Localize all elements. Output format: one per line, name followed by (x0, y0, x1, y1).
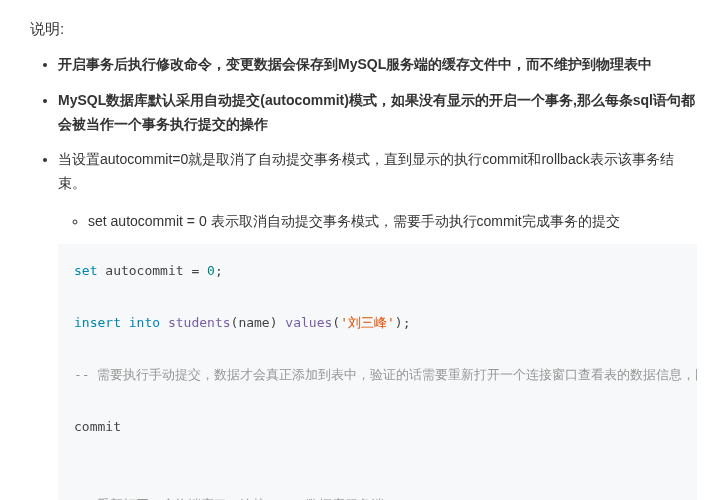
code-comment: -- 需要执行手动提交，数据才会真正添加到表中，验证的话需要重新打开一个连接窗口… (74, 367, 697, 382)
code-string: '刘三峰' (340, 315, 395, 330)
bullet-text: 当设置autocommit=0就是取消了自动提交事务模式，直到显示的执行comm… (58, 151, 674, 191)
bullet-item: 当设置autocommit=0就是取消了自动提交事务模式，直到显示的执行comm… (58, 148, 697, 500)
code-block[interactable]: set autocommit = 0; insert into students… (58, 244, 697, 500)
code-punct: ; (215, 263, 223, 278)
code-args: (name) (231, 315, 278, 330)
bullet-item: 开启事务后执行修改命令，变更数据会保存到MySQL服务端的缓存文件中，而不维护到… (58, 53, 697, 77)
code-ident: commit (74, 419, 121, 434)
description-list: 开启事务后执行修改命令，变更数据会保存到MySQL服务端的缓存文件中，而不维护到… (30, 53, 697, 500)
code-keyword: set (74, 263, 97, 278)
code-ident: autocommit (105, 263, 183, 278)
code-punct: ); (395, 315, 411, 330)
sub-bullet-item: set autocommit = 0 表示取消自动提交事务模式，需要手动执行co… (88, 210, 697, 234)
code-number: 0 (207, 263, 215, 278)
code-func: students (168, 315, 231, 330)
code-keyword: insert (74, 315, 121, 330)
code-punct: ( (332, 315, 340, 330)
code-keyword: into (129, 315, 160, 330)
code-op: = (184, 263, 207, 278)
bullet-item: MySQL数据库默认采用自动提交(autocommit)模式，如果没有显示的开启… (58, 89, 697, 137)
section-heading: 说明: (30, 20, 697, 39)
sub-list: set autocommit = 0 表示取消自动提交事务模式，需要手动执行co… (58, 210, 697, 234)
code-func: values (285, 315, 332, 330)
